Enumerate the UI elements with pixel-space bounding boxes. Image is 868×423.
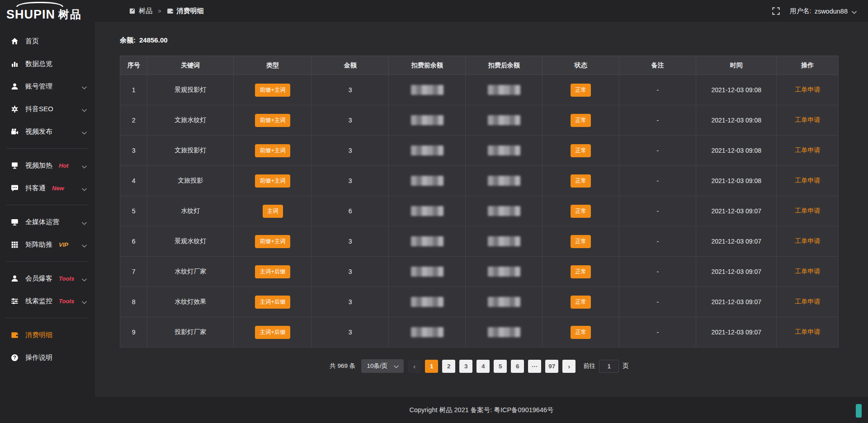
masked-value xyxy=(411,85,443,95)
cell-no: 4 xyxy=(120,166,147,196)
work-order-link[interactable]: 工单申请 xyxy=(795,177,820,184)
chat-icon xyxy=(11,184,19,192)
chevron-down-icon xyxy=(394,364,398,368)
user-menu[interactable]: 用户名: zswodun88 xyxy=(790,7,856,15)
table-row: 8水纹灯效果主词+后缀3正常-2021-12-03 09:07工单申请 xyxy=(120,287,839,317)
user-icon xyxy=(11,83,19,90)
chevron-down-icon xyxy=(852,9,856,14)
column-header: 金额 xyxy=(312,56,389,75)
masked-value xyxy=(488,297,520,307)
sidebar-item-label: 全媒体运营 xyxy=(25,218,59,226)
sidebar-item-video-heat[interactable]: 视频加热Hot xyxy=(0,154,95,177)
masked-value xyxy=(488,176,520,186)
cell-status: 正常 xyxy=(542,317,619,348)
cell-status: 正常 xyxy=(542,75,619,105)
cell-keyword: 水纹灯厂家 xyxy=(147,257,234,287)
logo-text-en: SHUPIN xyxy=(6,8,55,22)
page-button-2[interactable]: 2 xyxy=(442,360,455,373)
cell-keyword: 文旅投影 xyxy=(147,166,234,196)
cell-time: 2021-12-03 09:07 xyxy=(696,257,777,287)
chevron-down-icon xyxy=(82,299,87,304)
app-window: SHUPIN 树品 首页数据总览账号管理抖音SEO视频发布视频加热Hot抖客通N… xyxy=(0,0,868,423)
sliders-icon xyxy=(11,297,19,305)
cell-amount: 3 xyxy=(312,136,389,166)
cell-status: 正常 xyxy=(542,287,619,317)
footer: Copyright 树品 2021 备案号: 粤ICP备09019646号 xyxy=(95,397,868,423)
cell-balance-before xyxy=(389,136,466,166)
cell-amount: 3 xyxy=(312,75,389,105)
cell-keyword: 景观水纹灯 xyxy=(147,226,234,257)
sidebar-item-media-operation[interactable]: 全媒体运营 xyxy=(0,211,95,233)
work-order-link[interactable]: 工单申请 xyxy=(795,298,820,305)
sidebar-item-clue-monitor[interactable]: 线索监控Tools xyxy=(0,290,95,312)
sidebar-menu: 首页数据总览账号管理抖音SEO视频发布视频加热Hot抖客通New全媒体运营矩阵助… xyxy=(0,29,95,369)
type-badge: 主词 xyxy=(263,205,283,218)
page-button-1[interactable]: 1 xyxy=(425,360,438,373)
sidebar-item-consumption-detail[interactable]: 消费明细 xyxy=(0,324,95,346)
sidebar-item-member-burst[interactable]: 会员爆客Tools xyxy=(0,267,95,290)
table-header-row: 序号关键词类型金额扣费前余额扣费后余额状态备注时间操作 xyxy=(120,56,839,75)
page-button-3[interactable]: 3 xyxy=(459,360,472,373)
sidebar-item-data-overview[interactable]: 数据总览 xyxy=(0,52,95,75)
cell-remark: - xyxy=(619,75,696,105)
work-order-link[interactable]: 工单申请 xyxy=(795,146,820,154)
masked-value xyxy=(488,267,520,277)
page-button-4[interactable]: 4 xyxy=(476,360,490,373)
breadcrumb-item-consumption-detail[interactable]: 消费明细 xyxy=(167,7,204,15)
promote-icon xyxy=(11,162,19,169)
cell-action: 工单申请 xyxy=(777,287,839,317)
fullscreen-icon[interactable] xyxy=(772,7,780,15)
sidebar-item-label: 抖客通 xyxy=(25,184,46,193)
cell-type: 前缀+主词 xyxy=(234,166,312,196)
home-icon xyxy=(11,38,19,45)
sidebar-item-video-publish[interactable]: 视频发布 xyxy=(0,120,95,143)
more-pages-button[interactable]: ··· xyxy=(528,360,541,373)
chevron-down-icon xyxy=(82,84,87,89)
cell-status: 正常 xyxy=(542,136,619,166)
sidebar-item-label: 操作说明 xyxy=(25,353,52,362)
sidebar-divider xyxy=(6,261,89,262)
sidebar-item-account-management[interactable]: 账号管理 xyxy=(0,75,95,98)
sidebar-item-label: 会员爆客 xyxy=(25,274,52,283)
goto-page-input[interactable] xyxy=(599,360,619,373)
sidebar-item-label: 首页 xyxy=(25,37,39,46)
sidebar-item-label: 矩阵助推 xyxy=(25,240,52,249)
chevron-down-icon xyxy=(82,107,87,112)
sidebar-item-douyin-seo[interactable]: 抖音SEO xyxy=(0,98,95,120)
cell-action: 工单申请 xyxy=(777,257,839,287)
cell-time: 2021-12-03 09:07 xyxy=(696,287,777,317)
float-widget[interactable] xyxy=(856,404,862,418)
chevron-down-icon xyxy=(82,163,87,168)
table-row: 1景观投影灯前缀+主词3正常-2021-12-03 09:08工单申请 xyxy=(120,75,839,105)
page-button-5[interactable]: 5 xyxy=(494,360,507,373)
prev-page-button[interactable]: ‹ xyxy=(408,360,421,373)
app-logo: SHUPIN 树品 xyxy=(0,0,95,29)
cell-amount: 3 xyxy=(312,226,389,257)
breadcrumb-label: 树品 xyxy=(139,7,152,15)
masked-value xyxy=(411,146,443,155)
sidebar-item-help[interactable]: ?操作说明 xyxy=(0,346,95,369)
sidebar-item-matrix-boost[interactable]: 矩阵助推VIP xyxy=(0,233,95,256)
page-button-6[interactable]: 6 xyxy=(511,360,524,373)
username-label: 用户名: xyxy=(790,7,811,15)
page-size-select[interactable]: 10条/页 xyxy=(361,359,404,373)
status-badge: 正常 xyxy=(571,326,591,339)
sidebar-item-douketong[interactable]: 抖客通New xyxy=(0,177,95,199)
work-order-link[interactable]: 工单申请 xyxy=(795,86,820,93)
doc-icon xyxy=(129,8,136,14)
cell-amount: 3 xyxy=(312,105,389,136)
work-order-link[interactable]: 工单申请 xyxy=(795,207,820,214)
pagination: 共 969 条 10条/页 ‹ 123456···97 › 前往 页 xyxy=(120,359,839,373)
work-order-link[interactable]: 工单申请 xyxy=(795,237,820,244)
monitor-icon xyxy=(11,218,19,226)
cell-keyword: 水纹灯 xyxy=(147,196,234,226)
cell-type: 前缀+主词 xyxy=(234,136,312,166)
work-order-link[interactable]: 工单申请 xyxy=(795,268,820,275)
page-button-97[interactable]: 97 xyxy=(545,360,558,373)
work-order-link[interactable]: 工单申请 xyxy=(795,328,820,335)
next-page-button[interactable]: › xyxy=(562,360,576,373)
sidebar-item-home[interactable]: 首页 xyxy=(0,30,95,52)
cell-balance-before xyxy=(389,287,466,317)
work-order-link[interactable]: 工单申请 xyxy=(795,116,820,123)
breadcrumb-item-shupin[interactable]: 树品 xyxy=(129,7,152,15)
